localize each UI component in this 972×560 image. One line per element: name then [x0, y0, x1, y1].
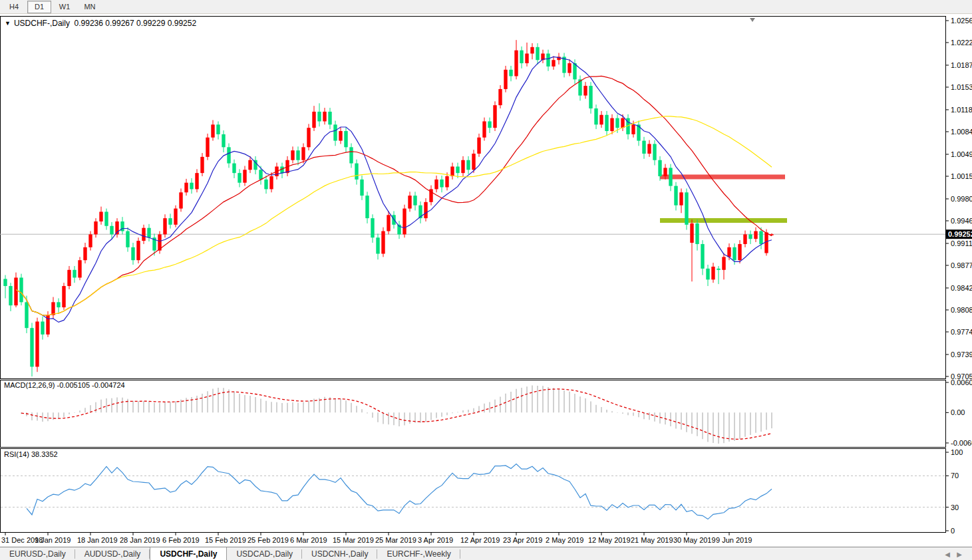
tab-scroll-right-arrow[interactable]: ▶ — [953, 549, 965, 559]
svg-text:28 Jan 2019: 28 Jan 2019 — [120, 536, 160, 544]
svg-text:0.98080: 0.98080 — [951, 306, 972, 314]
svg-text:0: 0 — [951, 527, 955, 535]
svg-text:0.006058: 0.006058 — [951, 378, 972, 386]
svg-text:0.00: 0.00 — [951, 408, 965, 416]
svg-text:1.01180: 1.01180 — [951, 106, 972, 114]
svg-text:0.99252: 0.99252 — [948, 230, 972, 238]
chart-ohlc-readout: 0.99236 0.99267 0.99229 0.99252 — [75, 19, 197, 28]
svg-text:0.99110: 0.99110 — [951, 239, 972, 247]
svg-text:0.99800: 0.99800 — [951, 195, 972, 203]
chart-tab-usdchfdaily[interactable]: USDCHF-,Daily — [150, 547, 227, 560]
symbol-dropdown-arrow[interactable]: ▼ — [5, 20, 11, 27]
chart-tab-audusddaily[interactable]: AUDUSD-,Daily — [75, 547, 150, 560]
svg-text:1.01530: 1.01530 — [951, 83, 972, 91]
chart-symbol-label: USDCHF-,Daily — [14, 19, 70, 28]
svg-text:1.00490: 1.00490 — [951, 150, 972, 158]
chart-tab-eurusddaily[interactable]: EURUSD-,Daily — [0, 547, 75, 560]
svg-text:1.02560: 1.02560 — [951, 17, 972, 25]
svg-text:18 Jan 2019: 18 Jan 2019 — [77, 536, 118, 544]
svg-text:1.02220: 1.02220 — [951, 39, 972, 47]
svg-text:15 Mar 2019: 15 Mar 2019 — [333, 536, 374, 544]
resistance-band — [660, 174, 785, 179]
svg-text:9 Jun 2019: 9 Jun 2019 — [716, 536, 752, 544]
panel-frames — [1, 17, 946, 533]
svg-text:0.97390: 0.97390 — [951, 350, 972, 358]
svg-text:1.00150: 1.00150 — [951, 172, 972, 180]
svg-text:-0.006096: -0.006096 — [951, 439, 972, 447]
svg-text:12 Apr 2019: 12 Apr 2019 — [460, 536, 500, 544]
chart-title: ▼USDCHF-,Daily 0.99236 0.99267 0.99229 0… — [5, 19, 196, 28]
price-axis: 1.025601.022201.018701.015301.011801.008… — [945, 17, 972, 380]
svg-text:3 Apr 2019: 3 Apr 2019 — [418, 536, 453, 544]
price-chart-canvas[interactable]: 1.025601.022201.018701.015301.011801.008… — [0, 14, 972, 547]
svg-text:12 May 2019: 12 May 2019 — [588, 536, 631, 544]
svg-text:15 Feb 2019: 15 Feb 2019 — [205, 536, 246, 544]
svg-text:25 Mar 2019: 25 Mar 2019 — [375, 536, 416, 544]
svg-text:1.00840: 1.00840 — [951, 128, 972, 136]
svg-text:0.99460: 0.99460 — [951, 217, 972, 225]
support-band — [660, 218, 787, 223]
macd-axis: 0.0060580.00-0.006096 — [945, 378, 972, 447]
svg-text:21 May 2019: 21 May 2019 — [631, 536, 673, 544]
chart-tab-usdcaddaily[interactable]: USDCAD-,Daily — [227, 547, 302, 560]
svg-text:6 Feb 2019: 6 Feb 2019 — [162, 536, 200, 544]
timeframe-button-d1[interactable]: D1 — [27, 1, 51, 13]
timeframe-toolbar: H4D1W1MN — [0, 0, 972, 14]
svg-text:6 Mar 2019: 6 Mar 2019 — [290, 536, 327, 544]
date-axis: 31 Dec 20189 Jan 201918 Jan 201928 Jan 2… — [1, 532, 752, 544]
rsi-indicator-label: RSI(14) 38.3352 — [4, 450, 58, 458]
svg-text:1.01870: 1.01870 — [951, 61, 972, 69]
svg-text:70: 70 — [951, 472, 959, 480]
timeframe-button-w1[interactable]: W1 — [53, 1, 77, 13]
svg-text:30 May 2019: 30 May 2019 — [673, 536, 716, 544]
rsi-axis: 10070300 — [945, 448, 963, 535]
svg-text:0.98770: 0.98770 — [951, 261, 972, 269]
svg-text:2 May 2019: 2 May 2019 — [546, 536, 583, 544]
timeframe-button-mn[interactable]: MN — [78, 1, 102, 13]
macd-indicator-label: MACD(12,26,9) -0.005105 -0.004724 — [4, 381, 125, 389]
timeframe-button-h4[interactable]: H4 — [2, 1, 26, 13]
svg-text:23 Apr 2019: 23 Apr 2019 — [503, 536, 542, 544]
svg-text:30: 30 — [951, 503, 959, 511]
tab-scroll-left-arrow[interactable]: ◀ — [941, 549, 953, 559]
svg-text:25 Feb 2019: 25 Feb 2019 — [247, 536, 289, 544]
svg-text:9 Jan 2019: 9 Jan 2019 — [35, 536, 71, 544]
chart-window: ▼USDCHF-,Daily 0.99236 0.99267 0.99229 0… — [0, 14, 972, 547]
chart-tab-usdcnhdaily[interactable]: USDCNH-,Daily — [302, 547, 377, 560]
svg-text:0.98420: 0.98420 — [951, 284, 972, 292]
chart-tab-eurchfweekly[interactable]: EURCHF-,Weekly — [377, 547, 460, 560]
chart-tabs-bar: EURUSD-,DailyAUDUSD-,DailyUSDCHF-,DailyU… — [0, 547, 972, 560]
svg-text:0.97740: 0.97740 — [951, 328, 972, 336]
svg-text:100: 100 — [951, 448, 963, 456]
